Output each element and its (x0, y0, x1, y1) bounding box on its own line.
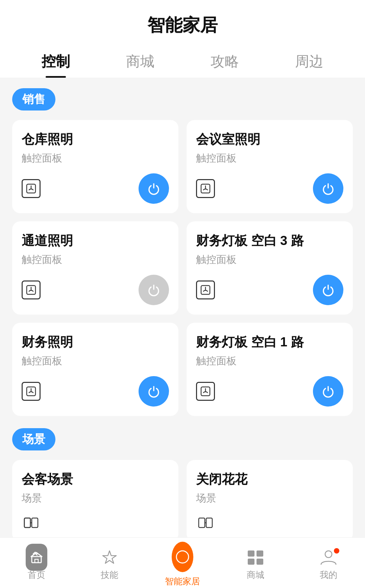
device-card-warehouse: 仓库照明 触控面板 (12, 120, 178, 213)
home-icon (26, 548, 47, 566)
notification-dot (334, 548, 339, 554)
device-type: 触控面板 (22, 354, 169, 368)
svg-rect-28 (248, 550, 254, 557)
device-name: 会议室照明 (196, 131, 343, 148)
scene-type: 场景 (22, 491, 169, 505)
device-name: 财务照明 (22, 334, 169, 351)
tab-nearby[interactable]: 周边 (267, 44, 351, 78)
device-type: 触控面板 (22, 253, 169, 267)
device-card-finance-1: 财务灯板 空白 1 路 触控面板 (187, 323, 353, 416)
bottom-nav: 首页 技能 智能家居 (0, 537, 365, 588)
smarthome-icon (172, 542, 193, 574)
device-bottom (196, 275, 343, 305)
page-title: 智能家居 (0, 14, 365, 37)
device-status-icon (196, 179, 215, 198)
device-type: 触控面板 (196, 253, 343, 267)
nav-label-home: 首页 (28, 569, 45, 581)
device-status-icon (22, 382, 41, 401)
header: 智能家居 (0, 0, 365, 44)
nav-label-smarthome: 智能家居 (165, 575, 200, 587)
scene-card-guest[interactable]: 会客场景 场景 (12, 460, 178, 542)
scene-type: 场景 (196, 491, 343, 505)
tab-shop[interactable]: 商城 (98, 44, 182, 78)
device-bottom (22, 275, 169, 305)
svg-rect-31 (257, 559, 263, 565)
device-name: 财务灯板 空白 1 路 (196, 334, 343, 351)
svg-point-27 (180, 555, 185, 559)
scene-name: 关闭花花 (196, 471, 343, 488)
svg-point-32 (325, 551, 332, 558)
device-status-icon (22, 179, 41, 198)
power-button-finance-3[interactable] (313, 275, 343, 305)
device-name: 通道照明 (22, 232, 169, 249)
svg-rect-19 (24, 518, 30, 528)
device-card-finance-3: 财务灯板 空白 3 路 触控面板 (187, 221, 353, 315)
person-icon (318, 548, 339, 566)
scene-icon (196, 513, 215, 532)
scene-card-close[interactable]: 关闭花花 场景 (187, 460, 353, 542)
device-grid-sales: 仓库照明 触控面板 会议室照明 触控面板 (12, 120, 353, 416)
device-card-conference: 会议室照明 触控面板 (187, 120, 353, 213)
device-bottom (196, 376, 343, 407)
section-scene: 场景 会客场景 场景 关闭花花 场景 (12, 428, 353, 542)
star-icon (99, 548, 120, 566)
svg-rect-30 (248, 559, 254, 565)
power-button-finance-light[interactable] (139, 376, 169, 407)
device-bottom (196, 173, 343, 204)
device-card-finance-light: 财务照明 触控面板 (12, 323, 178, 416)
section-sales: 销售 仓库照明 触控面板 会议室照明 触控面板 (12, 88, 353, 416)
section-badge-scene: 场景 (12, 428, 55, 450)
tab-bar: 控制 商城 攻略 周边 (0, 44, 365, 78)
scene-name: 会客场景 (22, 471, 169, 488)
section-badge-sales: 销售 (12, 88, 55, 111)
nav-item-mall[interactable]: 商城 (219, 545, 292, 581)
device-name: 仓库照明 (22, 131, 169, 148)
scene-grid: 会客场景 场景 关闭花花 场景 (12, 460, 353, 542)
nav-item-home[interactable]: 首页 (0, 545, 73, 581)
svg-rect-18 (24, 518, 30, 528)
power-button-finance-1[interactable] (313, 376, 343, 407)
power-button-corridor[interactable] (139, 275, 169, 305)
nav-item-my[interactable]: 我的 (292, 545, 365, 581)
tab-control[interactable]: 控制 (14, 44, 98, 78)
device-type: 触控面板 (196, 354, 343, 368)
nav-label-my: 我的 (320, 569, 337, 581)
power-button-conference[interactable] (313, 173, 343, 204)
device-status-icon (196, 382, 215, 401)
nav-label-mall: 商城 (247, 569, 264, 581)
device-type: 触控面板 (22, 151, 169, 165)
device-status-icon (22, 280, 41, 299)
svg-rect-23 (206, 518, 212, 528)
device-bottom (22, 376, 169, 407)
nav-label-skills: 技能 (101, 569, 118, 581)
grid-icon (245, 548, 266, 566)
device-type: 触控面板 (196, 151, 343, 165)
device-bottom (22, 173, 169, 204)
device-card-corridor: 通道照明 触控面板 (12, 221, 178, 315)
power-button-warehouse[interactable] (139, 173, 169, 204)
main-content: 销售 仓库照明 触控面板 会议室照明 触控面板 (0, 78, 365, 588)
svg-rect-29 (257, 550, 263, 557)
scene-icon (22, 513, 41, 532)
svg-rect-22 (199, 518, 205, 528)
device-name: 财务灯板 空白 3 路 (196, 232, 343, 249)
nav-item-smarthome[interactable]: 智能家居 (146, 538, 219, 587)
nav-item-skills[interactable]: 技能 (73, 545, 146, 581)
device-status-icon (196, 280, 215, 299)
svg-rect-20 (32, 518, 38, 528)
tab-guide[interactable]: 攻略 (182, 44, 267, 78)
